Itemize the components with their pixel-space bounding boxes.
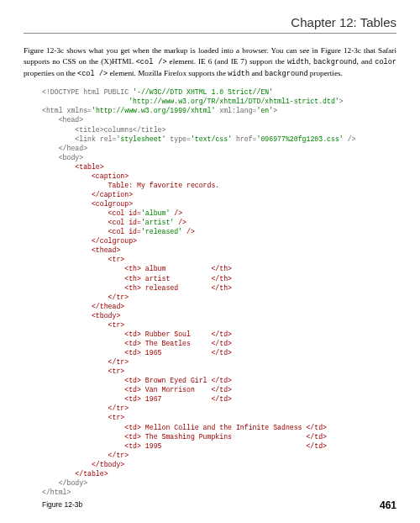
code-line-13: <colgroup> (42, 200, 133, 208)
code-line-14c: /> (170, 209, 182, 217)
code-line-27: <td> Rubber Soul </td> (42, 330, 232, 338)
code-line-16c: /> (182, 228, 195, 235)
code-line-34: <td> 1967 </td> (42, 395, 232, 403)
code-line-20: <th> album </th> (42, 265, 232, 272)
code-line-04: <head> (42, 116, 83, 124)
code-line-30: </tr> (42, 358, 129, 366)
code-line-06f: '096977%20fg1203.css' (257, 135, 344, 143)
inline-code-background1: background (313, 58, 357, 66)
code-line-33: <td> Van Morrison </td> (42, 386, 232, 394)
code-line-40: </tr> (42, 452, 129, 459)
code-line-36: <tr> (42, 414, 124, 421)
code-line-38: <td> The Smashing Pumpkins </td> (42, 433, 327, 441)
code-line-22: <th> released </th> (42, 284, 232, 292)
code-line-23: </tr> (42, 293, 129, 301)
code-line-06e: href= (232, 135, 256, 143)
code-line-06d: 'text/css' (191, 135, 232, 143)
code-line-42: </table> (42, 470, 108, 478)
code-line-39: <td> 1995 </td> (42, 442, 327, 450)
code-line-14a: <col id= (42, 209, 141, 217)
code-line-06c: type= (165, 135, 190, 143)
body-paragraph: Figure 12-3c shows what you get when the… (24, 45, 396, 79)
code-line-06a: <link rel= (42, 135, 116, 143)
code-line-24: </thead> (42, 303, 124, 310)
code-line-21: <th> artist </th> (42, 275, 232, 283)
body-run7: and (249, 69, 265, 77)
code-line-44: </html> (42, 489, 71, 496)
code-line-03d: 'en' (257, 107, 274, 114)
code-line-03e: > (273, 107, 277, 114)
code-line-05: <title>columns</title> (42, 126, 165, 134)
code-line-19: <tr> (42, 256, 124, 263)
code-line-02: 'http://www.w3.org/TR/xhtml1/DTD/xhtml1-… (42, 98, 339, 105)
code-line-01a: <!DOCTYPE html PUBLIC (42, 88, 133, 96)
code-line-03c: xml:lang= (215, 107, 256, 114)
code-line-25: <tbody> (42, 312, 120, 320)
code-line-02z: > (339, 98, 344, 105)
code-line-12: </caption> (42, 191, 133, 198)
code-line-03a: <html xmlns= (42, 107, 92, 114)
header-rule (24, 33, 396, 34)
code-line-07: </head> (42, 145, 87, 152)
code-line-41: </tbody> (42, 461, 124, 468)
code-line-32: <td> Brown Eyed Girl </td> (42, 377, 232, 384)
inline-code-col1: <col /> (136, 58, 167, 66)
code-line-35: </tr> (42, 404, 129, 412)
figure-label: Figure 12-3b (42, 500, 396, 509)
inline-code-background2: background (265, 70, 308, 78)
body-run4: , and (357, 57, 375, 66)
body-run5: properties on the (24, 69, 77, 77)
body-run2: element. IE 6 (and IE 7) support the (167, 57, 287, 66)
page-number: 461 (380, 499, 396, 511)
code-line-29: <td> 1965 </td> (42, 349, 232, 357)
code-line-18: <thead> (42, 246, 120, 254)
inline-code-width2: width (228, 70, 249, 78)
chapter-title: Chapter 12: Tables (24, 15, 396, 29)
code-line-14b: 'album' (141, 209, 170, 217)
code-line-17: </colgroup> (42, 237, 137, 245)
code-line-16a: <col id= (42, 228, 141, 235)
code-listing: <!DOCTYPE html PUBLIC '-//W3C//DTD XHTML… (42, 87, 396, 497)
code-line-03b: 'http://www.w3.org/1999/xhtml' (92, 107, 215, 114)
body-run6: element. Mozilla Firefox supports the (108, 69, 228, 77)
code-line-01b: '-//W3C//DTD XHTML 1.0 Strict//EN' (133, 88, 273, 96)
code-line-26: <tr> (42, 321, 124, 329)
code-line-31: <tr> (42, 367, 124, 375)
code-line-06b: 'stylesheet' (116, 135, 165, 143)
inline-code-width1: width (287, 58, 309, 66)
code-line-10: <caption> (42, 172, 129, 180)
code-line-15a: <col id= (42, 219, 141, 226)
code-line-15c: /> (174, 219, 186, 226)
code-line-06g: /> (344, 135, 356, 143)
body-run8: properties. (308, 69, 343, 77)
code-line-11: Table: My favorite records. (42, 182, 219, 189)
code-line-28: <td> The Beatles </td> (42, 340, 232, 347)
code-line-37: <td> Mellon Collie and the Infinite Sadn… (42, 424, 327, 431)
inline-code-color: color (375, 58, 396, 66)
code-line-16b: 'released' (141, 228, 182, 235)
code-line-15b: 'artist' (141, 219, 174, 226)
code-line-09: <table> (42, 163, 104, 171)
code-line-08: <body> (42, 154, 83, 161)
code-line-43: </body> (42, 479, 87, 487)
inline-code-col2: <col /> (77, 70, 108, 78)
